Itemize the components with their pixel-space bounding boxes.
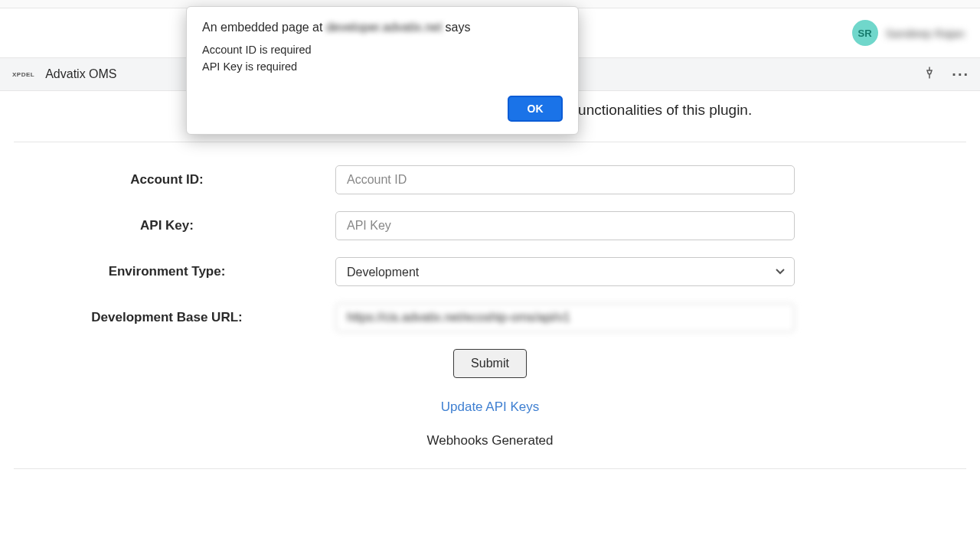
row-dev-base-url: Development Base URL:	[14, 303, 966, 332]
divider-top	[14, 142, 966, 142]
api-key-input[interactable]	[335, 211, 795, 240]
label-account-id: Account ID:	[14, 172, 335, 187]
logo-chip: XPDEL	[11, 70, 36, 79]
alert-title-prefix: An embedded page at	[202, 21, 326, 34]
more-icon[interactable]: ···	[952, 67, 969, 82]
alert-title-suffix: says	[442, 21, 470, 34]
alert-ok-button[interactable]: OK	[508, 96, 563, 122]
webhooks-status: Webhooks Generated	[14, 433, 966, 448]
submit-button[interactable]: Submit	[453, 349, 527, 378]
alert-title: An embedded page at developer.advatix.ne…	[202, 21, 563, 34]
divider-bottom	[14, 468, 966, 469]
label-api-key: API Key:	[14, 218, 335, 233]
app-title: Advatix OMS	[45, 67, 116, 81]
row-account-id: Account ID:	[14, 165, 966, 194]
content-area: Account ID and API Key are required for …	[0, 91, 980, 469]
update-api-keys-link[interactable]: Update API Keys	[441, 399, 540, 414]
settings-form: Account ID: API Key: Environment Type: D…	[14, 165, 966, 469]
avatar[interactable]: SR	[852, 20, 878, 46]
account-id-input[interactable]	[335, 165, 795, 194]
label-env-type: Environment Type:	[14, 264, 335, 279]
pin-icon[interactable]	[923, 66, 936, 83]
row-env-type: Environment Type: Development	[14, 257, 966, 286]
row-api-key: API Key:	[14, 211, 966, 240]
js-alert-dialog: An embedded page at developer.advatix.ne…	[186, 6, 579, 135]
alert-origin: developer.advatix.net	[326, 21, 442, 34]
alert-line-1: Account ID is required	[202, 42, 563, 59]
user-name-label: Sandeep Rajan	[886, 27, 965, 40]
dev-base-url-input[interactable]	[335, 303, 795, 332]
env-type-select[interactable]: Development	[335, 257, 795, 286]
label-dev-base-url: Development Base URL:	[14, 310, 335, 325]
alert-line-2: API Key is required	[202, 59, 563, 76]
alert-body: Account ID is required API Key is requir…	[202, 42, 563, 76]
